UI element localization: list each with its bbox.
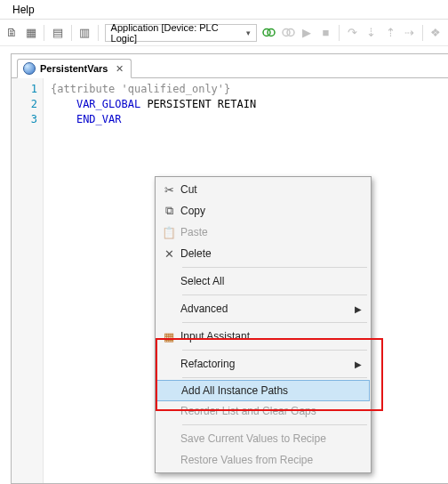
menu-input-assistant[interactable]: ▦ Input Assistant... <box>157 326 369 347</box>
menu-add-all-instance-paths[interactable]: Add All Instance Paths <box>156 380 370 401</box>
debug-icon[interactable]: ❖ <box>428 24 444 42</box>
library-icon[interactable]: ▤ <box>49 24 66 42</box>
menu-label: Paste <box>180 226 362 238</box>
menu-separator <box>182 294 367 295</box>
menu-select-all[interactable]: Select All <box>157 270 369 292</box>
step-over-icon[interactable]: ↷ <box>344 24 361 42</box>
logout-icon[interactable] <box>280 24 297 42</box>
menu-label: Refactoring <box>180 358 362 370</box>
menu-label: Input Assistant... <box>180 330 362 343</box>
line-number: 3 <box>12 112 37 127</box>
svg-point-1 <box>268 29 275 36</box>
menu-reorder: Reorder List and Clear Gaps <box>157 400 369 422</box>
delete-icon: ✕ <box>157 247 180 261</box>
code-keyword: VAR_GLOBAL <box>76 98 140 110</box>
application-selector-label: Application [Device: PLC Logic] <box>111 22 242 44</box>
step-out-icon[interactable]: ⇡ <box>381 24 398 42</box>
code-text: PERSISTENT RETAIN <box>140 98 256 110</box>
menu-label: Advanced <box>180 302 362 315</box>
run-icon[interactable]: ▶ <box>299 24 316 42</box>
globe-icon <box>23 62 36 75</box>
separator <box>339 25 340 41</box>
svg-point-3 <box>287 29 294 36</box>
menu-copy[interactable]: ⧉ Copy <box>157 200 369 222</box>
menu-separator <box>182 267 367 268</box>
step-into-icon[interactable]: ⇣ <box>363 24 380 42</box>
menu-label: Restore Values from Recipe <box>180 454 362 466</box>
menu-separator <box>182 424 367 425</box>
chevron-down-icon: ▾ <box>246 28 251 37</box>
tab-persistentvars[interactable]: PersistentVars ✕ <box>17 59 132 78</box>
menu-label: Reorder List and Clear Gaps <box>180 405 362 417</box>
code-attribute: {attribute 'qualified_only'} <box>51 83 230 95</box>
toolbar: 🗎 ▦ ▤ ▥ Application [Device: PLC Logic] … <box>0 20 448 46</box>
menu-delete[interactable]: ✕ Delete <box>157 243 369 264</box>
step-cursor-icon[interactable]: ⇢ <box>401 24 418 42</box>
scissors-icon: ✂ <box>157 183 180 197</box>
menu-label: Cut <box>180 183 362 196</box>
menu-paste: 📋 Paste <box>157 222 369 243</box>
new-file-icon[interactable]: 🗎 <box>4 24 20 42</box>
menu-label: Add All Instance Paths <box>181 384 363 397</box>
menu-separator <box>182 350 367 351</box>
menu-cut[interactable]: ✂ Cut <box>157 179 369 200</box>
menu-label: Save Current Values to Recipe <box>180 432 362 445</box>
menu-label: Select All <box>180 275 362 287</box>
menu-label: Copy <box>180 205 362 217</box>
toolbox-icon[interactable]: ▥ <box>76 24 92 42</box>
menu-refactoring[interactable]: Refactoring ▶ <box>157 353 369 375</box>
separator <box>44 25 44 41</box>
tab-bar: PersistentVars ✕ <box>12 54 448 77</box>
application-selector[interactable]: Application [Device: PLC Logic] ▾ <box>105 24 258 42</box>
paste-icon: 📋 <box>157 226 180 239</box>
tab-title: PersistentVars <box>40 63 108 74</box>
submenu-arrow-icon: ▶ <box>355 304 362 314</box>
menu-separator <box>182 377 367 378</box>
new-project-icon[interactable]: ▦ <box>22 24 39 42</box>
menu-separator <box>182 322 367 323</box>
menubar: Help <box>0 0 448 20</box>
menu-advanced[interactable]: Advanced ▶ <box>157 298 369 319</box>
submenu-arrow-icon: ▶ <box>355 359 362 369</box>
copy-icon: ⧉ <box>157 204 180 218</box>
context-menu: ✂ Cut ⧉ Copy 📋 Paste ✕ Delete Select All… <box>155 176 372 473</box>
menu-save-recipe: Save Current Values to Recipe <box>157 428 369 449</box>
menu-restore-recipe: Restore Values from Recipe <box>157 449 369 471</box>
login-icon[interactable] <box>260 24 277 42</box>
line-gutter: 1 2 3 <box>12 78 44 483</box>
menu-label: Delete <box>180 247 362 260</box>
line-number: 1 <box>12 82 37 97</box>
code-keyword: END_VAR <box>76 113 122 125</box>
separator <box>71 25 72 41</box>
stop-icon[interactable]: ■ <box>317 24 334 42</box>
separator <box>98 25 99 41</box>
close-icon[interactable]: ✕ <box>116 63 124 75</box>
line-number: 2 <box>12 97 37 112</box>
menu-help[interactable]: Help <box>5 2 42 18</box>
assistant-icon: ▦ <box>157 330 180 343</box>
separator <box>422 25 423 41</box>
